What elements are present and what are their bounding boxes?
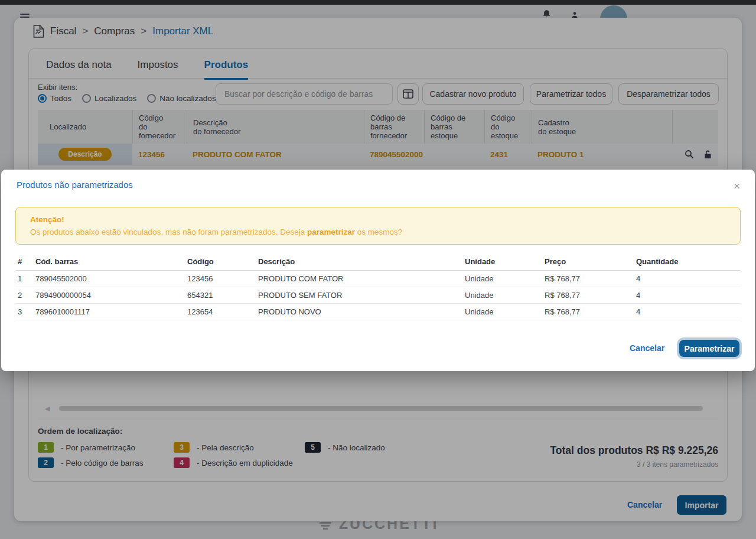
modal-table-row: 3 7896010001117 123654 PRODUTO NOVO Unid… [15,304,741,320]
mheader-unidade: Unidade [465,254,545,270]
modal-table-row: 1 789045502000 123456 PRODUTO COM FATOR … [15,271,741,287]
warning-message: Os produtos abaixo estão vinculados, mas… [30,228,726,236]
close-icon[interactable]: × [734,180,740,191]
modal-table-header: # Cód. barras Código Descrição Unidade P… [15,254,741,271]
mheader-preco: Preço [545,254,636,270]
modal-table-row: 2 7894900000054 654321 PRODUTO SEM FATOR… [15,287,741,304]
mheader-barras: Cód. barras [35,254,187,270]
mheader-num: # [18,254,35,270]
warning-banner: Atenção! Os produtos abaixo estão vincul… [15,207,741,245]
modal-title: Produtos não parametrizados [17,180,133,190]
mheader-quantidade: Quantidade [636,254,741,270]
parametrizar-button[interactable]: Parametrizar [679,340,739,357]
modal-products-table: # Cód. barras Código Descrição Unidade P… [15,254,741,320]
mheader-codigo: Código [187,254,258,270]
mheader-descricao: Descrição [258,254,465,270]
modal-cancel-button[interactable]: Cancelar [630,343,664,353]
warning-title: Atenção! [30,215,726,224]
